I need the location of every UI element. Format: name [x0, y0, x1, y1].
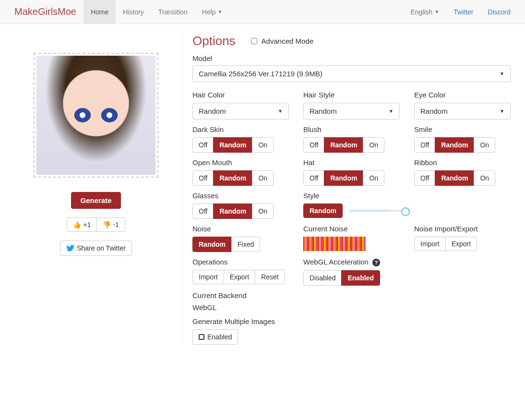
chevron-down-icon: ▼ [278, 108, 283, 114]
webgl-label: WebGL Acceleration ? [303, 258, 511, 266]
vertical-divider [182, 34, 183, 345]
noise-toggle: Random Fixed [192, 237, 260, 252]
hat-toggle: Off Random On [303, 170, 384, 186]
hat-off[interactable]: Off [303, 170, 324, 186]
hair-color-label: Hair Color [192, 91, 289, 99]
model-value: Camellia 256x256 Ver.171219 (9.9MB) [199, 70, 322, 78]
nav-language-label: English [410, 8, 432, 16]
nav-home[interactable]: Home [84, 0, 116, 24]
current-noise-label: Current Noise [303, 225, 400, 233]
chevron-down-icon: ▼ [434, 9, 439, 14]
smile-toggle: Off Random On [414, 137, 495, 153]
advanced-mode-toggle[interactable]: Advanced Mode [249, 36, 313, 46]
brand[interactable]: MakeGirlsMoe [7, 6, 84, 17]
operations-buttons: Import Export Reset [192, 270, 285, 284]
thumbs-down-icon: 👎 [103, 221, 111, 228]
style-label: Style [303, 192, 511, 200]
hair-style-label: Hair Style [303, 91, 400, 99]
advanced-mode-label: Advanced Mode [262, 37, 313, 45]
blush-toggle: Off Random On [303, 137, 384, 153]
open-mouth-off[interactable]: Off [192, 170, 214, 186]
open-mouth-random[interactable]: Random [213, 170, 252, 186]
square-icon [199, 334, 204, 340]
webgl-disabled[interactable]: Disabled [303, 270, 342, 286]
nav-language[interactable]: English ▼ [403, 0, 446, 24]
ops-reset-button[interactable]: Reset [255, 270, 285, 284]
webgl-enabled[interactable]: Enabled [341, 270, 380, 286]
open-mouth-label: Open Mouth [192, 158, 289, 167]
hair-color-value: Random [199, 107, 226, 115]
multi-label: Generate Multiple Images [192, 317, 511, 325]
blush-random[interactable]: Random [324, 137, 363, 153]
nav-discord[interactable]: Discord [481, 0, 518, 24]
open-mouth-on[interactable]: On [252, 170, 274, 186]
eye-color-value: Random [420, 107, 448, 115]
glasses-toggle: Off Random On [192, 204, 274, 219]
main: Generate 👍 +1 👎 -1 Share on Twitter Opti… [0, 24, 525, 354]
thumbs-up-button[interactable]: 👍 +1 [67, 217, 97, 232]
thumbs-down-label: -1 [113, 221, 119, 228]
hair-color-select[interactable]: Random ▼ [192, 103, 289, 120]
ribbon-on[interactable]: On [474, 170, 495, 186]
noise-random[interactable]: Random [192, 237, 232, 252]
dark-skin-label: Dark Skin [192, 125, 289, 133]
style-slider[interactable] [349, 210, 407, 212]
ribbon-off[interactable]: Off [414, 170, 435, 186]
thumbs-down-button[interactable]: 👎 -1 [96, 217, 125, 232]
smile-off[interactable]: Off [414, 137, 435, 153]
multi-enabled-button[interactable]: Enabled [192, 329, 238, 345]
nav-help[interactable]: Help ▼ [195, 0, 230, 24]
generate-button[interactable]: Generate [71, 192, 120, 209]
glasses-random[interactable]: Random [213, 204, 252, 219]
share-twitter-label: Share on Twitter [77, 244, 126, 252]
hat-on[interactable]: On [363, 170, 384, 186]
open-mouth-toggle: Off Random On [192, 170, 274, 186]
style-random-button[interactable]: Random [303, 204, 343, 218]
generated-image [36, 56, 155, 175]
noise-io-label: Noise Import/Export [414, 225, 511, 233]
share-twitter-button[interactable]: Share on Twitter [60, 240, 132, 256]
nav-help-label: Help [202, 8, 216, 16]
ribbon-label: Ribbon [414, 158, 511, 167]
nav-twitter[interactable]: Twitter [446, 0, 480, 24]
hair-style-value: Random [310, 107, 337, 115]
nav-right: English ▼ Twitter Discord [403, 0, 518, 24]
ops-export-button[interactable]: Export [224, 270, 255, 284]
nav-history[interactable]: History [116, 0, 151, 24]
left-panel: Generate 👍 +1 👎 -1 Share on Twitter [14, 34, 178, 345]
hair-style-select[interactable]: Random ▼ [303, 103, 400, 120]
help-icon[interactable]: ? [372, 259, 380, 266]
blush-on[interactable]: On [363, 137, 384, 153]
hat-random[interactable]: Random [324, 170, 363, 186]
noise-export-button[interactable]: Export [445, 237, 477, 251]
nav-transition[interactable]: Transition [151, 0, 195, 24]
noise-fixed[interactable]: Fixed [231, 237, 260, 252]
dark-skin-random[interactable]: Random [213, 137, 252, 153]
smile-random[interactable]: Random [435, 137, 474, 153]
backend-label: Current Backend [192, 291, 511, 300]
advanced-mode-checkbox[interactable] [251, 38, 257, 44]
ribbon-toggle: Off Random On [414, 170, 495, 186]
glasses-off[interactable]: Off [192, 204, 214, 219]
thumbs-up-label: +1 [83, 221, 91, 228]
eye-color-select[interactable]: Random ▼ [414, 103, 511, 120]
glasses-on[interactable]: On [252, 204, 274, 219]
rate-buttons: 👍 +1 👎 -1 [67, 217, 125, 232]
chevron-down-icon: ▼ [389, 108, 394, 114]
ribbon-random[interactable]: Random [435, 170, 474, 186]
noise-label: Noise [192, 225, 289, 233]
chevron-down-icon: ▼ [500, 71, 504, 76]
noise-import-button[interactable]: Import [414, 237, 446, 251]
options-panel: Options Advanced Mode Model Camellia 256… [192, 34, 511, 345]
model-select[interactable]: Camellia 256x256 Ver.171219 (9.9MB) ▼ [192, 65, 511, 82]
model-label: Model [192, 54, 511, 62]
options-title: Options [192, 34, 236, 48]
multi-enabled-label: Enabled [207, 333, 232, 341]
chevron-down-icon: ▼ [218, 9, 223, 14]
dark-skin-off[interactable]: Off [192, 137, 214, 153]
blush-off[interactable]: Off [303, 137, 324, 153]
dark-skin-on[interactable]: On [252, 137, 274, 153]
ops-import-button[interactable]: Import [192, 270, 224, 284]
webgl-label-text: WebGL Acceleration [303, 258, 369, 266]
smile-on[interactable]: On [474, 137, 495, 153]
